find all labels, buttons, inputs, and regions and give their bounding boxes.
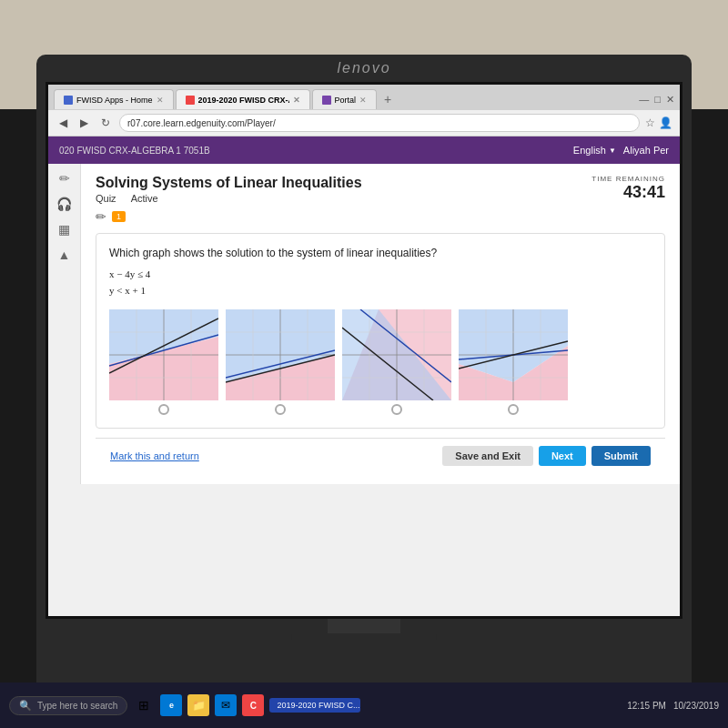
graph-svg-4: [459, 309, 568, 400]
app-header-right: English ▼ Aliyah Per: [573, 145, 669, 156]
tab-portal[interactable]: Portal ✕: [312, 89, 378, 109]
next-button[interactable]: Next: [539, 446, 586, 466]
sidebar-calculator-icon[interactable]: ▦: [58, 222, 70, 237]
language-selector[interactable]: English ▼: [573, 145, 616, 156]
sidebar-collapse-icon[interactable]: ▲: [58, 248, 71, 262]
submit-button[interactable]: Submit: [592, 446, 651, 466]
quiz-area: Solving Systems of Linear Inequalities Q…: [81, 164, 680, 484]
course-name: 020 FWISD CRX-ALGEBRA 1 7051B: [59, 146, 210, 156]
tab-home[interactable]: FWISD Apps - Home ✕: [54, 89, 174, 109]
graph-svg-2: [226, 309, 335, 400]
tab-close-algebra[interactable]: ✕: [293, 96, 300, 105]
tab-favicon-portal: [322, 96, 331, 105]
tab-bar: FWISD Apps - Home ✕ 2019-2020 FWISD CRX-…: [48, 85, 680, 110]
refresh-button[interactable]: ↻: [97, 115, 114, 131]
taskbar-chrome-icon[interactable]: C: [242, 694, 264, 716]
timer-section: TIME REMAINING 43:41: [592, 175, 665, 202]
taskbar-date: 10/23/2019: [673, 701, 719, 711]
save-exit-button[interactable]: Save and Exit: [442, 446, 533, 466]
taskbar-edge-icon[interactable]: e: [160, 694, 182, 716]
question-badge: 1: [112, 211, 126, 222]
inequality-2: y < x + 1: [109, 283, 652, 299]
mark-return-link[interactable]: Mark this and return: [110, 450, 199, 461]
sidebar-pencil-icon[interactable]: ✏: [59, 171, 70, 186]
taskbar-time: 12:15 PM: [627, 701, 666, 711]
forward-button[interactable]: ▶: [76, 115, 92, 131]
close-btn[interactable]: ✕: [666, 94, 674, 106]
app-header: 020 FWISD CRX-ALGEBRA 1 7051B English ▼ …: [48, 136, 680, 164]
graph-options: [109, 309, 652, 415]
radio-option-2[interactable]: [275, 404, 286, 415]
tab-label-portal: Portal: [335, 96, 357, 105]
address-text: r07.core.learn.edgenuity.com/Player/: [127, 118, 276, 128]
taskbar-pinned-icons: ⊞ e 📁 ✉ C 2019-2020 FWISD C...: [133, 694, 360, 716]
taskbar-active-app[interactable]: 2019-2020 FWISD C...: [269, 698, 360, 713]
quiz-meta: Quiz Active: [96, 193, 362, 204]
tab-label-home: FWISD Apps - Home: [76, 96, 153, 105]
sidebar-headphone-icon[interactable]: 🎧: [56, 197, 72, 211]
taskbar-search-area[interactable]: 🔍 Type here to search: [9, 696, 127, 715]
taskbar-right: 12:15 PM 10/23/2019: [627, 701, 719, 711]
minimize-btn[interactable]: —: [639, 94, 649, 105]
browser-chrome: FWISD Apps - Home ✕ 2019-2020 FWISD CRX-…: [48, 85, 680, 136]
monitor-screen: FWISD Apps - Home ✕ 2019-2020 FWISD CRX-…: [46, 82, 682, 619]
monitor-stand: [328, 619, 400, 633]
taskbar-windows-icon[interactable]: ⊞: [133, 694, 155, 716]
search-icon: 🔍: [19, 700, 32, 712]
radio-option-4[interactable]: [508, 404, 519, 415]
language-label: English: [573, 145, 606, 156]
graph-svg-3: [342, 309, 451, 400]
inequality-1: x − 4y ≤ 4: [109, 267, 652, 283]
taskbar-folder-icon[interactable]: 📁: [187, 694, 209, 716]
graph-option-2[interactable]: [226, 309, 335, 415]
tab-close-home[interactable]: ✕: [157, 96, 164, 105]
timer-label: TIME REMAINING: [592, 175, 665, 183]
new-tab-button[interactable]: +: [379, 90, 397, 108]
graph-option-1[interactable]: [109, 309, 218, 415]
person-icon[interactable]: 👤: [659, 116, 672, 129]
action-buttons: Save and Exit Next Submit: [442, 446, 651, 466]
user-name: Aliyah Per: [623, 145, 669, 156]
monitor-base: [291, 633, 437, 641]
search-placeholder-text: Type here to search: [37, 701, 117, 711]
taskbar-mail-icon[interactable]: ✉: [215, 694, 237, 716]
graph-option-3[interactable]: [342, 309, 451, 415]
star-icon[interactable]: ☆: [645, 116, 655, 129]
pencil-toolbar: ✏ 1: [96, 209, 665, 224]
bottom-bar: Mark this and return Save and Exit Next …: [96, 438, 665, 473]
taskbar: 🔍 Type here to search ⊞ e 📁 ✉ C 2019-202…: [0, 682, 728, 728]
tab-favicon-algebra: [186, 96, 195, 105]
address-bar[interactable]: r07.core.learn.edgenuity.com/Player/: [119, 114, 640, 132]
tab-label-algebra: 2019-2020 FWISD CRX-ALGEBR...: [198, 96, 289, 105]
graph-option-4[interactable]: [459, 309, 568, 415]
tab-favicon-home: [64, 96, 73, 105]
tab-algebra[interactable]: 2019-2020 FWISD CRX-ALGEBR... ✕: [176, 89, 310, 109]
language-chevron-icon: ▼: [609, 147, 616, 155]
sidebar: ✏ 🎧 ▦ ▲: [48, 164, 81, 484]
quiz-status: Active: [131, 193, 158, 204]
quiz-title: Solving Systems of Linear Inequalities: [96, 175, 362, 191]
timer-value: 43:41: [592, 183, 665, 202]
browser-right-icons: ☆ 👤: [645, 116, 672, 129]
quiz-type: Quiz: [96, 193, 116, 204]
radio-option-1[interactable]: [158, 404, 169, 415]
lenovo-brand: lenovo: [337, 55, 390, 82]
radio-option-3[interactable]: [391, 404, 402, 415]
back-button[interactable]: ◀: [56, 115, 71, 131]
address-bar-row: ◀ ▶ ↻ r07.core.learn.edgenuity.com/Playe…: [48, 110, 680, 136]
tab-close-portal[interactable]: ✕: [359, 96, 367, 105]
monitor-outer: lenovo FWISD Apps - Home ✕ 2019-2020 FWI…: [36, 55, 692, 692]
question-card: Which graph shows the solution to the sy…: [96, 233, 665, 429]
pencil-tool-icon[interactable]: ✏: [96, 209, 106, 224]
maximize-btn[interactable]: □: [654, 94, 661, 105]
main-content: ✏ 🎧 ▦ ▲ Solving Systems of Linear Inequa…: [48, 164, 680, 484]
question-text: Which graph shows the solution to the sy…: [109, 247, 652, 259]
graph-svg-1: [109, 309, 218, 400]
